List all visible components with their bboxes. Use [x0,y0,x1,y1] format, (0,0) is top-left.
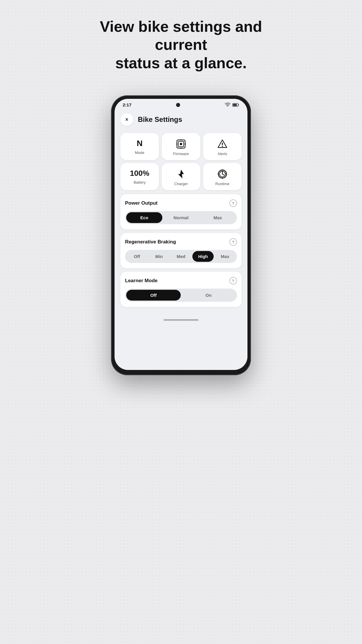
status-icons [225,103,239,107]
runtime-icon [217,169,228,179]
regen-min-option[interactable]: Min [148,251,170,262]
page-headline: View bike settings and current status at… [79,17,283,72]
runtime-label: Runtime [215,182,229,186]
regen-braking-header: Regenerative Braking ? [125,238,237,246]
battery-label: Battery [133,180,145,185]
firmware-card[interactable]: Firmware [162,133,200,160]
regen-high-option[interactable]: High [192,251,214,262]
regen-braking-toggle: Off Min Med High Max [125,250,237,263]
svg-rect-9 [222,143,223,145]
svg-rect-1 [233,104,237,106]
camera-dot [176,103,180,107]
app-header: × Bike Settings [120,113,242,126]
learner-on-option[interactable]: On [181,290,236,301]
svg-point-17 [222,169,223,171]
regen-max-option[interactable]: Max [214,251,236,262]
svg-point-4 [180,143,182,145]
mode-icon: N [137,139,143,148]
learner-mode-help[interactable]: ? [229,277,237,285]
svg-line-16 [222,174,224,175]
cards-grid: N Mode Firmware [120,133,242,190]
firmware-icon [176,139,186,149]
mode-label: Mode [135,150,145,155]
power-output-panel: Power Output ? Eco Normal Max [120,194,242,229]
svg-point-18 [222,178,223,179]
alerts-label: Alerts [217,152,227,156]
regen-braking-panel: Regenerative Braking ? Off Min Med High … [120,233,242,268]
svg-point-10 [222,146,223,147]
phone-shell: 2:17 × [111,95,251,375]
regen-med-option[interactable]: Med [170,251,192,262]
home-indicator [164,319,198,321]
regen-braking-title: Regenerative Braking [125,239,176,245]
learner-mode-header: Learner Mode ? [125,277,237,285]
battery-value: 100% [130,169,150,178]
app-title: Bike Settings [138,115,182,124]
runtime-card[interactable]: Runtime [203,163,242,190]
battery-card[interactable]: 100% Battery [120,163,159,190]
power-output-title: Power Output [125,200,157,206]
power-output-toggle: Eco Normal Max [125,211,237,224]
svg-marker-11 [178,170,184,178]
battery-status-icon [232,103,239,107]
svg-point-19 [218,173,219,175]
charger-card[interactable]: Charger [162,163,200,190]
mode-card[interactable]: N Mode [120,133,159,160]
firmware-label: Firmware [173,152,189,156]
svg-rect-6 [181,148,182,149]
learner-mode-toggle: Off On [125,289,237,302]
svg-rect-8 [184,144,186,145]
learner-mode-panel: Learner Mode ? Off On [120,272,242,307]
phone-screen: 2:17 × [115,99,247,370]
regen-braking-help[interactable]: ? [229,238,237,246]
regen-off-option[interactable]: Off [126,251,148,262]
close-button[interactable]: × [120,113,133,126]
power-eco-option[interactable]: Eco [126,212,162,223]
alerts-icon [217,139,228,149]
learner-off-option[interactable]: Off [126,290,181,301]
learner-mode-title: Learner Mode [125,278,157,284]
power-normal-option[interactable]: Normal [163,212,199,223]
status-bar: 2:17 [115,99,247,108]
wifi-icon [225,103,231,107]
charger-label: Charger [174,182,188,186]
svg-rect-5 [181,139,182,141]
alerts-card[interactable]: Alerts [203,133,242,160]
status-time: 2:17 [123,102,131,107]
power-output-help[interactable]: ? [229,199,237,207]
svg-point-20 [226,173,227,175]
app-content: × Bike Settings N Mode [115,108,247,319]
power-max-option[interactable]: Max [200,212,236,223]
charger-icon [176,169,186,179]
power-output-header: Power Output ? [125,199,237,207]
svg-rect-7 [176,144,178,145]
